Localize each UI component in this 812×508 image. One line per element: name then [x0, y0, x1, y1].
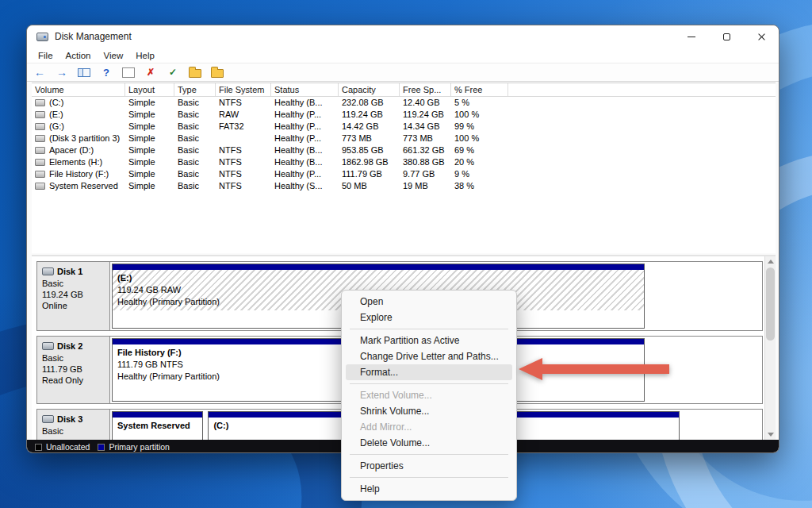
layout-cell: Simple [125, 180, 174, 192]
free-space-cell: 119.24 GB [400, 109, 451, 121]
table-row[interactable]: (G:) Simple Basic FAT32 Healthy (P... 14… [32, 121, 776, 133]
context-menu-item[interactable]: Explore [346, 310, 512, 325]
status-cell: Healthy (B... [271, 144, 339, 156]
menu-separator [350, 454, 508, 455]
menu-item[interactable]: Action [59, 51, 98, 60]
disk-2-label[interactable]: Disk 2 Basic 111.79 GB Read Only [37, 337, 110, 403]
type-cell: Basic [174, 109, 216, 121]
scrollbar-thumb[interactable] [766, 267, 775, 341]
context-menu-item[interactable]: Shrink Volume... [346, 403, 512, 419]
context-menu-item[interactable]: Open [346, 294, 512, 310]
context-menu-item[interactable]: Extend Volume... [346, 387, 512, 403]
disk-3-label[interactable]: Disk 3 Basic [37, 410, 110, 440]
percent-free-cell: 38 % [451, 180, 508, 192]
menu-item[interactable]: View [98, 51, 130, 60]
app-icon [36, 33, 48, 41]
column-header[interactable]: Type [174, 83, 216, 96]
column-header[interactable]: Volume [32, 83, 125, 96]
annotation-arrow [517, 356, 672, 383]
forward-icon[interactable]: → [56, 66, 68, 79]
free-space-cell: 19 MB [400, 180, 451, 192]
column-header[interactable]: Status [271, 83, 339, 96]
type-cell: Basic [174, 180, 216, 192]
column-header[interactable]: % Free [451, 83, 508, 96]
disk-kind: Basic [42, 278, 105, 289]
menu-item[interactable]: File [32, 51, 59, 60]
console-tree-icon[interactable] [78, 68, 90, 77]
column-header[interactable]: Layout [125, 83, 174, 96]
scrollbar[interactable] [764, 256, 776, 440]
maximize-button[interactable] [709, 25, 744, 48]
table-row[interactable]: (C:) Simple Basic NTFS Healthy (B... 232… [32, 97, 776, 109]
disk-size: 119.24 GB [42, 289, 105, 300]
volume-icon [35, 159, 45, 166]
free-space-cell: 14.34 GB [400, 121, 451, 133]
column-header[interactable]: Free Sp... [400, 83, 451, 96]
layout-cell: Simple [125, 156, 174, 168]
table-row[interactable]: (Disk 3 partition 3) Simple Basic Health… [32, 133, 776, 144]
context-menu-item[interactable]: Add Mirror... [346, 419, 512, 435]
context-menu: Open Explore Mark Partition as Active Ch… [341, 290, 517, 501]
table-row[interactable]: (E:) Simple Basic RAW Healthy (P... 119.… [32, 109, 776, 121]
table-row[interactable]: System Reserved Simple Basic NTFS Health… [32, 180, 776, 192]
scroll-up-icon[interactable] [768, 260, 774, 264]
menu-item[interactable]: Help [129, 51, 161, 60]
menubar: FileActionViewHelp [27, 48, 779, 64]
filesystem-cell: NTFS [216, 97, 271, 109]
disk-1-label[interactable]: Disk 1 Basic 119.24 GB Online [37, 262, 110, 330]
context-menu-item[interactable]: Change Drive Letter and Paths... [346, 348, 512, 364]
disk-kind: Basic [42, 352, 105, 364]
menu-separator [350, 383, 508, 384]
status-cell: Healthy (S... [271, 180, 339, 192]
partition-system-reserved[interactable]: System Reserved [112, 411, 203, 440]
percent-free-cell: 5 % [451, 97, 508, 109]
table-row[interactable]: Elements (H:) Simple Basic NTFS Healthy … [32, 156, 776, 168]
close-icon [757, 33, 766, 41]
delete-volume-icon[interactable]: ✗ [144, 66, 157, 79]
desktop: Disk Management FileActionViewHelp ←→?✗✓… [0, 0, 812, 508]
table-row[interactable]: Apacer (D:) Simple Basic NTFS Healthy (B… [32, 144, 776, 156]
filesystem-cell: NTFS [216, 168, 271, 180]
minimize-button[interactable] [674, 25, 709, 48]
context-menu-item[interactable]: Mark Partition as Active [346, 333, 512, 348]
legend-swatch [35, 444, 42, 451]
disk-kind: Basic [42, 425, 105, 437]
context-menu-item[interactable]: Format... [346, 364, 512, 380]
status-cell: Healthy (P... [271, 121, 339, 133]
column-header[interactable]: Capacity [339, 83, 400, 96]
capacity-cell: 953.85 GB [339, 144, 400, 156]
folder-icon[interactable] [189, 69, 201, 78]
volume-cell: Elements (H:) [32, 156, 125, 168]
status-cell: Healthy (P... [271, 168, 339, 180]
volume-cell: (C:) [32, 97, 125, 109]
layout-cell: Simple [125, 109, 174, 121]
capacity-cell: 119.24 GB [339, 109, 400, 121]
context-menu-item[interactable]: Help [346, 481, 512, 497]
disk-name: Disk 2 [57, 341, 82, 352]
help-icon[interactable]: ? [100, 66, 113, 79]
partition-title: System Reserved [117, 420, 197, 432]
export-list-icon[interactable] [122, 67, 135, 78]
disk-name: Disk 3 [57, 414, 82, 425]
scroll-down-icon[interactable] [768, 433, 774, 437]
primary-partition-strip [113, 264, 644, 270]
mark-active-icon[interactable]: ✓ [167, 66, 179, 79]
column-header[interactable]: File System [216, 83, 271, 96]
filesystem-cell: NTFS [216, 144, 271, 156]
capacity-cell: 111.79 GB [339, 168, 400, 180]
titlebar[interactable]: Disk Management [27, 25, 779, 48]
open-folder-icon[interactable] [211, 69, 224, 78]
back-icon[interactable]: ← [33, 66, 46, 79]
filesystem-cell [216, 133, 271, 144]
free-space-cell: 9.77 GB [400, 168, 451, 180]
context-menu-item[interactable]: Delete Volume... [346, 435, 512, 451]
close-button[interactable] [744, 25, 779, 48]
minimize-icon [688, 37, 695, 37]
type-cell: Basic [174, 168, 216, 180]
context-menu-item[interactable]: Properties [346, 458, 512, 474]
table-row[interactable]: File History (F:) Simple Basic NTFS Heal… [32, 168, 776, 180]
layout-cell: Simple [125, 168, 174, 180]
layout-cell: Simple [125, 97, 174, 109]
window-title: Disk Management [55, 31, 132, 42]
partition-title: (E:) [117, 272, 639, 284]
